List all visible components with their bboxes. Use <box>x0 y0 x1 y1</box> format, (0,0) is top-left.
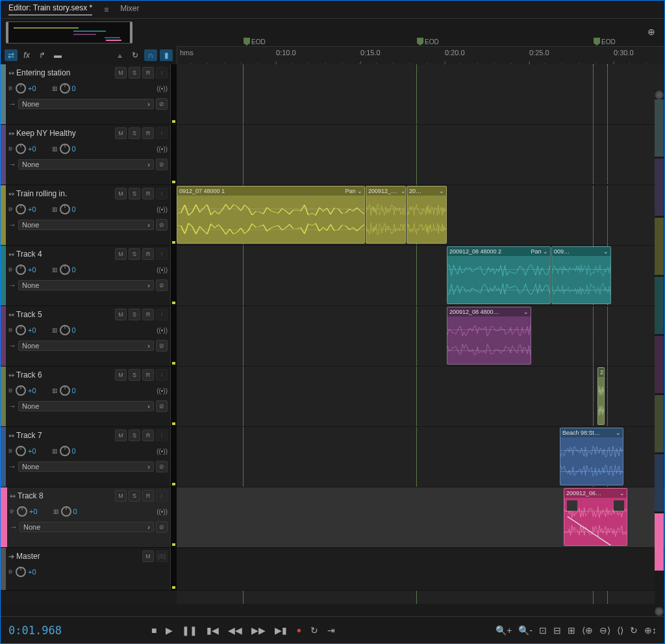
track-name[interactable]: Track 6 <box>16 370 113 380</box>
output-route[interactable]: None› <box>18 401 154 411</box>
volume-value[interactable]: +0 <box>28 387 36 394</box>
time-zoom-icon[interactable]: ↻ <box>630 625 638 636</box>
panel-menu-icon[interactable]: ≡ <box>104 5 108 14</box>
record-arm-button[interactable]: R <box>142 67 154 79</box>
pan-value[interactable]: 0 <box>72 387 76 394</box>
mute-button[interactable]: M <box>115 309 127 320</box>
track-lane[interactable] <box>177 548 664 591</box>
audio-clip[interactable]: 0912_07 48000 1Pan ⌄ <box>177 186 365 244</box>
volume-value[interactable]: +0 <box>28 568 36 576</box>
input-monitor-button[interactable]: I <box>156 67 168 79</box>
volume-value[interactable]: +0 <box>28 84 36 92</box>
track-lanes[interactable]: 0912_07 48000 1Pan ⌄ 200912_…⌄ 20…⌄ 2009… <box>177 64 664 604</box>
volume-knob[interactable] <box>16 264 26 275</box>
record-arm-button[interactable]: R <box>142 490 154 502</box>
timeline-ruler[interactable]: hms 0:10.00:15.00:20.00:25.00:30.00:35.0… <box>177 47 664 65</box>
fx-bypass-icon[interactable]: ⊘ <box>156 98 168 110</box>
next-button[interactable]: ▶▮ <box>275 625 287 636</box>
record-arm-button[interactable]: R <box>142 188 154 200</box>
fx-bypass-icon[interactable]: ⊘ <box>156 461 168 472</box>
fx-bypass-icon[interactable]: ⊘ <box>156 400 168 412</box>
input-monitor-button[interactable]: I <box>156 490 168 502</box>
input-monitor-button[interactable]: I <box>156 369 168 381</box>
track-lane[interactable] <box>177 367 664 427</box>
stereo-icon[interactable]: ((•)) <box>157 206 168 213</box>
clip-menu-icon[interactable]: ⌄ <box>523 309 529 315</box>
track-header[interactable]: ↭ Track 6M S R I⊪ +0 ▥ 0 ((•))→ None› ⊘ <box>1 367 177 427</box>
marker-eod[interactable]: EOD <box>594 38 616 45</box>
mute-button[interactable]: M <box>115 67 127 79</box>
mute-button[interactable]: M <box>142 550 154 562</box>
fx-bypass-icon[interactable]: ⊘ <box>156 279 168 291</box>
zoom-in-icon[interactable]: 🔍+ <box>496 625 512 636</box>
clip-menu-icon[interactable]: Pan ⌄ <box>345 188 362 194</box>
pan-value[interactable]: 0 <box>72 205 76 213</box>
zoom-reset-icon[interactable]: ⊕ <box>647 27 655 37</box>
metronome-icon[interactable]: ⟁ <box>113 49 126 61</box>
output-route[interactable]: None› <box>18 159 154 170</box>
track-header[interactable]: ↭ Track 7M S R I⊪ +0 ▥ 0 ((•))→ None› ⊘ <box>1 427 177 487</box>
stereo-icon[interactable]: ((•)) <box>157 508 168 515</box>
pan-value[interactable]: 0 <box>72 84 76 92</box>
volume-value[interactable]: +0 <box>28 447 36 455</box>
volume-knob[interactable] <box>16 325 26 335</box>
clip-menu-icon[interactable]: ⌄ <box>603 248 609 255</box>
tab-editor[interactable]: Editor: Train story.sesx * <box>8 3 92 16</box>
pan-value[interactable]: 0 <box>73 508 77 515</box>
record-arm-button[interactable]: R <box>142 248 154 260</box>
track-header[interactable]: ↭ Track 8M S R I⊪ +0 ▥ 0 ((•))→ None› ⊘ <box>1 487 177 548</box>
solo-button[interactable]: S <box>129 430 140 441</box>
pan-value[interactable]: 0 <box>72 447 76 455</box>
fx-bypass-icon[interactable]: ⊘ <box>156 219 168 231</box>
zoom-out-time-icon[interactable]: ⊖⟩ <box>599 625 610 636</box>
stereo-icon[interactable]: ((•)) <box>157 85 168 92</box>
pan-knob[interactable] <box>60 144 70 154</box>
tab-mixer[interactable]: Mixer <box>120 4 139 15</box>
volume-value[interactable]: +0 <box>28 205 36 213</box>
stereo-icon[interactable]: ((•)) <box>157 448 168 455</box>
input-monitor-button[interactable]: I <box>156 248 168 260</box>
volume-knob[interactable] <box>16 567 26 577</box>
track-name[interactable]: Track 5 <box>16 310 113 319</box>
output-route[interactable]: None› <box>19 522 154 532</box>
fx-bypass-icon[interactable]: ⊘ <box>156 521 168 533</box>
fx-icon[interactable]: fx <box>20 49 33 61</box>
solo-button[interactable]: S <box>129 127 140 139</box>
record-button[interactable]: ● <box>296 625 301 635</box>
record-arm-button[interactable]: R <box>142 309 154 320</box>
output-route[interactable]: None› <box>18 99 154 109</box>
vertical-scroll[interactable] <box>655 90 664 616</box>
loop-icon[interactable]: ↻ <box>129 49 142 61</box>
volume-value[interactable]: +0 <box>28 326 36 334</box>
snap-icon[interactable]: ∩ <box>144 49 157 61</box>
marker-eod[interactable]: EOD <box>417 38 439 45</box>
inputs-outputs-icon[interactable]: ⇄ <box>5 49 18 61</box>
pan-value[interactable]: 0 <box>72 266 76 274</box>
forward-button[interactable]: ▶▶ <box>251 625 266 636</box>
volume-knob[interactable] <box>16 204 26 214</box>
input-monitor-button[interactable]: I <box>156 127 168 139</box>
track-name[interactable]: Entering station <box>16 68 113 77</box>
mute-button[interactable]: M <box>115 369 127 381</box>
audio-clip[interactable]: Beach 98:St…⌄ <box>560 428 623 485</box>
clip-menu-icon[interactable]: ⌄ <box>439 188 444 194</box>
solo-button[interactable]: S <box>129 490 140 502</box>
pan-value[interactable]: 0 <box>72 326 76 334</box>
input-monitor-button[interactable]: I <box>156 430 168 441</box>
volume-knob[interactable] <box>16 83 26 94</box>
record-arm-button[interactable]: R <box>142 127 154 139</box>
skip-button[interactable]: ⇥ <box>327 625 335 636</box>
marker-eod[interactable]: EOD <box>244 38 266 45</box>
track-header[interactable]: ↭ Entering stationM S R I⊪ +0 ▥ 0 ((•))→… <box>1 64 177 125</box>
amp-zoom-icon[interactable]: ⊕↕ <box>644 625 657 636</box>
solo-button[interactable]: S <box>129 188 140 200</box>
output-route[interactable]: None› <box>18 280 154 290</box>
zoom-clip-icon[interactable]: ⟨⟩ <box>617 625 623 636</box>
solo-button[interactable]: (S) <box>156 550 168 562</box>
track-lane[interactable] <box>177 64 664 125</box>
track-name[interactable]: Keep NY Healthy <box>16 129 113 138</box>
solo-button[interactable]: S <box>129 369 140 381</box>
volume-value[interactable]: +0 <box>28 145 36 153</box>
pan-knob[interactable] <box>60 385 70 396</box>
record-arm-button[interactable]: R <box>142 369 154 381</box>
